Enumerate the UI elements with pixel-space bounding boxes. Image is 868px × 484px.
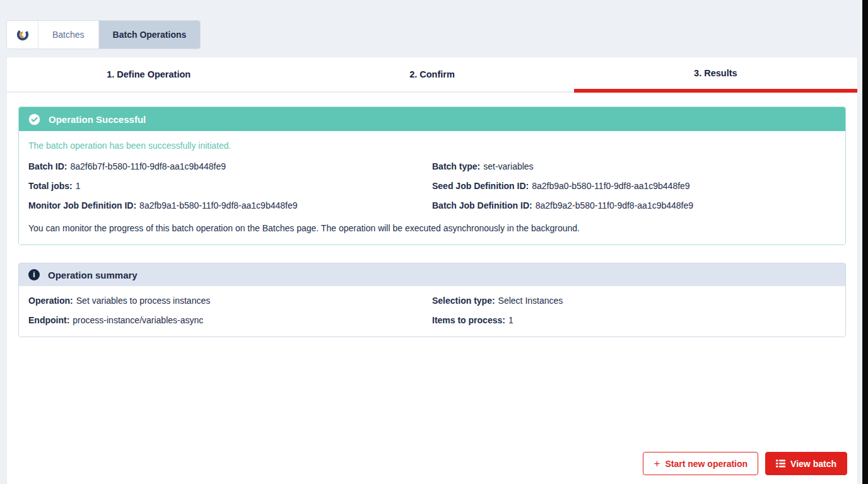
success-panel-title: Operation Successful xyxy=(49,114,146,125)
wizard-steps: 1. Define Operation 2. Confirm 3. Result… xyxy=(7,57,857,93)
summary-panel-header: i Operation summary xyxy=(19,263,845,286)
field-batch-job-definition-id: Batch Job Definition ID:8a2fb9a2-b580-11… xyxy=(432,200,836,210)
field-value: 8a2fb9a1-b580-11f0-9df8-aa1c9b448fe9 xyxy=(139,200,297,210)
plus-icon: + xyxy=(654,458,660,469)
field-selection-type: Selection type:Select Instances xyxy=(432,296,836,306)
field-value: set-variables xyxy=(483,161,533,171)
results-content: Operation Successful The batch operation… xyxy=(7,93,857,337)
list-icon xyxy=(776,459,785,468)
field-total-jobs: Total jobs:1 xyxy=(28,181,432,191)
monitor-note: You can monitor the progress of this bat… xyxy=(28,223,836,233)
step-tab-define-operation[interactable]: 1. Define Operation xyxy=(7,57,290,93)
ring-logo-icon xyxy=(16,28,30,42)
field-items-to-process: Items to process:1 xyxy=(432,315,836,325)
field-label: Batch type: xyxy=(432,161,480,171)
field-operation: Operation:Set variables to process insta… xyxy=(28,296,432,306)
summary-grid: Operation:Set variables to process insta… xyxy=(28,296,836,325)
summary-panel: i Operation summary Operation:Set variab… xyxy=(18,263,846,337)
main-panel: 1. Define Operation 2. Confirm 3. Result… xyxy=(6,57,858,484)
window-edge-strip xyxy=(862,0,868,484)
field-batch-type: Batch type:set-variables xyxy=(432,161,836,171)
nav-tab-batch-operations[interactable]: Batch Operations xyxy=(99,21,201,49)
check-circle-icon xyxy=(28,113,40,125)
success-panel: Operation Successful The batch operation… xyxy=(18,107,846,245)
start-new-operation-button[interactable]: + Start new operation xyxy=(643,452,758,475)
field-label: Batch Job Definition ID: xyxy=(432,200,532,210)
field-value: 1 xyxy=(508,315,513,325)
footer-actions: + Start new operation View batch xyxy=(643,452,847,475)
step-tab-confirm[interactable]: 2. Confirm xyxy=(290,57,573,93)
field-label: Selection type: xyxy=(432,296,495,306)
field-value: Select Instances xyxy=(498,296,563,306)
field-value: 8a2fb9a0-b580-11f0-9df8-aa1c9b448fe9 xyxy=(532,181,689,191)
info-circle-icon: i xyxy=(28,269,40,280)
view-batch-label: View batch xyxy=(790,459,836,469)
field-label: Operation: xyxy=(28,296,73,306)
start-new-operation-label: Start new operation xyxy=(665,459,748,469)
field-label: Endpoint: xyxy=(28,315,69,325)
top-navigation: Batches Batch Operations xyxy=(6,20,201,49)
field-endpoint: Endpoint:process-instance/variables-asyn… xyxy=(28,315,432,325)
step-tab-results[interactable]: 3. Results xyxy=(574,57,857,93)
view-batch-button[interactable]: View batch xyxy=(765,452,847,475)
field-seed-job-definition-id: Seed Job Definition ID:8a2fb9a0-b580-11f… xyxy=(432,181,836,191)
field-value: Set variables to process instances xyxy=(76,296,210,306)
field-label: Total jobs: xyxy=(28,181,73,191)
summary-panel-body: Operation:Set variables to process insta… xyxy=(19,286,845,337)
field-label: Batch ID: xyxy=(28,161,67,171)
field-label: Seed Job Definition ID: xyxy=(432,181,529,191)
field-value: 8a2fb9a2-b580-11f0-9df8-aa1c9b448fe9 xyxy=(536,200,693,210)
success-panel-body: The batch operation has been successfull… xyxy=(19,131,845,245)
brand-logo-tab[interactable] xyxy=(7,21,38,49)
batch-details-grid: Batch ID:8a2f6b7f-b580-11f0-9df8-aa1c9b4… xyxy=(28,161,836,210)
field-value: 8a2f6b7f-b580-11f0-9df8-aa1c9b448fe9 xyxy=(70,161,226,171)
field-label: Items to process: xyxy=(432,315,505,325)
field-label: Monitor Job Definition ID: xyxy=(28,200,136,210)
success-panel-header: Operation Successful xyxy=(19,107,845,131)
nav-tab-batches[interactable]: Batches xyxy=(38,21,99,49)
field-value: process-instance/variables-async xyxy=(73,315,203,325)
field-batch-id: Batch ID:8a2f6b7f-b580-11f0-9df8-aa1c9b4… xyxy=(28,161,432,171)
field-monitor-job-definition-id: Monitor Job Definition ID:8a2fb9a1-b580-… xyxy=(28,200,432,210)
success-message: The batch operation has been successfull… xyxy=(28,141,836,151)
summary-panel-title: Operation summary xyxy=(48,270,138,280)
field-value: 1 xyxy=(76,181,81,191)
